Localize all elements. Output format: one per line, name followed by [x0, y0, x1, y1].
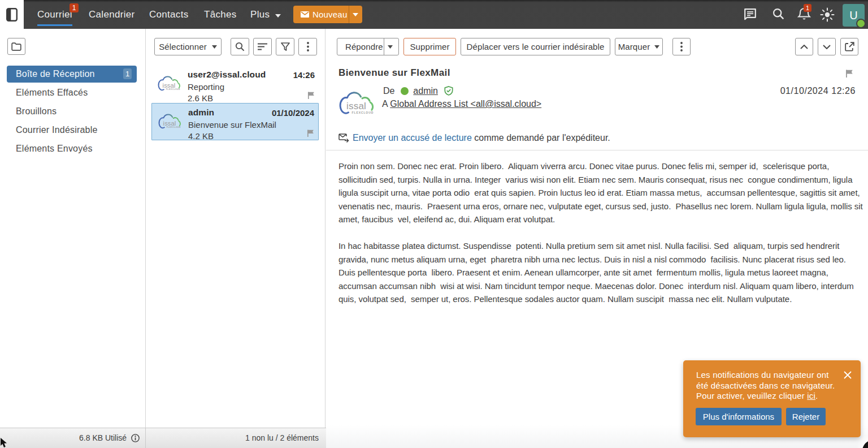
svg-text:FLEXCLOUD: FLEXCLOUD: [352, 111, 374, 114]
svg-text:issal: issal: [346, 101, 366, 111]
